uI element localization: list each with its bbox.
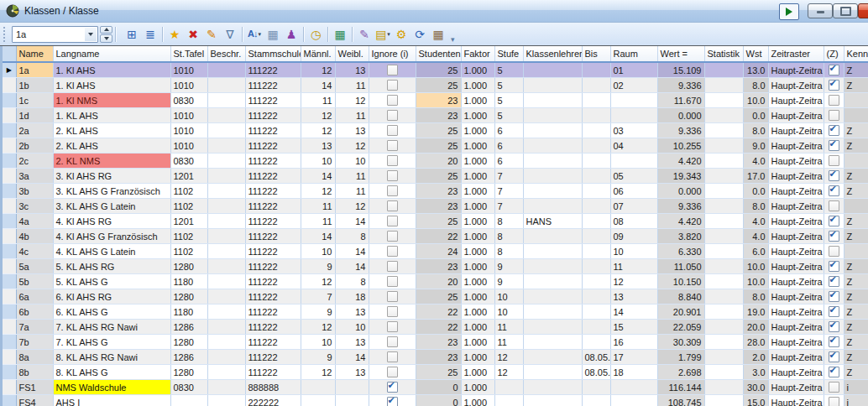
cell-raum-1c[interactable] xyxy=(610,93,657,108)
cell-name-2b[interactable]: 2b xyxy=(16,138,53,154)
column-header-kennz[interactable]: Kennzeich xyxy=(844,46,868,62)
cell-ignore-2b[interactable] xyxy=(369,138,416,154)
cell-maennl-1b[interactable]: 14 xyxy=(301,78,335,93)
row-selector-FS4[interactable] xyxy=(3,395,16,406)
ignore-checkbox-3b[interactable] xyxy=(387,185,398,196)
cell-langname-6b[interactable]: 6. KL AHS G xyxy=(53,304,170,320)
row-selector-FS1[interactable] xyxy=(3,380,16,395)
cell-stammschule-1a[interactable]: 111222 xyxy=(245,62,301,78)
cell-maennl-7b[interactable]: 10 xyxy=(301,335,335,350)
cell-ignore-2c[interactable] xyxy=(369,154,416,169)
row-selector-1a[interactable]: ▶ xyxy=(3,62,16,78)
cell-maennl-2b[interactable]: 13 xyxy=(301,138,335,154)
ignore-checkbox-1c[interactable] xyxy=(387,95,398,106)
cell-stammschule-1c[interactable]: 111222 xyxy=(245,93,301,108)
cell-wst-3c[interactable]: 8.0 xyxy=(743,199,768,214)
cell-wst-FS4[interactable]: 15.0 xyxy=(743,395,768,406)
cell-raum-8b[interactable]: 18 xyxy=(610,365,657,380)
ignore-checkbox-8b[interactable] xyxy=(387,367,398,377)
cell-st_tafel-1c[interactable]: 0830 xyxy=(170,93,207,108)
cell-raum-FS4[interactable] xyxy=(610,395,657,406)
cell-statistik-6b[interactable] xyxy=(704,304,743,320)
cell-wert-4a[interactable]: 4.420 xyxy=(657,214,704,229)
cell-kennz-FS1[interactable]: i xyxy=(844,380,868,395)
ignore-checkbox-1b[interactable] xyxy=(387,80,398,91)
cell-studenten-3a[interactable]: 25 xyxy=(416,169,461,184)
ignore-checkbox-5a[interactable] xyxy=(387,261,398,272)
cell-st_tafel-3a[interactable]: 1201 xyxy=(170,169,207,184)
z-checkbox-3a[interactable] xyxy=(829,170,839,181)
z-checkbox-3b[interactable] xyxy=(829,185,839,196)
cell-statistik-3a[interactable] xyxy=(704,169,743,184)
minimize-button[interactable] xyxy=(808,3,833,18)
row-selector-2a[interactable] xyxy=(3,123,16,138)
cell-name-3a[interactable]: 3a xyxy=(16,169,53,184)
report-settings-icon[interactable]: ▤▾ xyxy=(374,25,392,43)
cell-bis-8a[interactable]: 08.05. xyxy=(582,350,610,365)
cell-kennz-3a[interactable]: Z xyxy=(844,169,868,184)
cell-bis-2b[interactable] xyxy=(582,138,610,154)
cell-langname-FS1[interactable]: NMS Waldschule xyxy=(53,380,170,395)
cell-wert-1b[interactable]: 9.336 xyxy=(657,78,704,93)
cell-studenten-3c[interactable]: 23 xyxy=(416,199,461,214)
cell-stufe-8a[interactable]: 12 xyxy=(494,350,523,365)
cell-kennz-3c[interactable] xyxy=(844,199,868,214)
cell-st_tafel-2c[interactable]: 0830 xyxy=(170,154,207,169)
cell-beschr-3a[interactable] xyxy=(207,169,245,184)
cell-maennl-4a[interactable]: 11 xyxy=(301,214,335,229)
cell-stufe-4b[interactable]: 8 xyxy=(494,229,523,244)
cell-faktor-2b[interactable]: 1.000 xyxy=(461,138,494,154)
cell-wst-FS1[interactable]: 30.0 xyxy=(743,380,768,395)
row-selector-2c[interactable] xyxy=(3,154,16,169)
cell-beschr-4c[interactable] xyxy=(207,244,245,259)
cell-faktor-1c[interactable]: 1.000 xyxy=(461,93,494,108)
cell-beschr-6b[interactable] xyxy=(207,304,245,320)
cell-beschr-FS1[interactable] xyxy=(207,380,245,395)
column-header-ignore[interactable]: Ignore (i) xyxy=(369,46,416,62)
cell-raum-2b[interactable]: 04 xyxy=(610,138,657,154)
ignore-checkbox-2b[interactable] xyxy=(387,140,398,151)
cell-maennl-FS4[interactable] xyxy=(301,395,335,406)
cell-langname-4c[interactable]: 4. KL AHS G Latein xyxy=(53,244,170,259)
cell-maennl-3c[interactable]: 11 xyxy=(301,199,335,214)
cell-z-8a[interactable] xyxy=(824,350,844,365)
cell-beschr-3b[interactable] xyxy=(207,184,245,199)
cell-st_tafel-2b[interactable]: 1010 xyxy=(170,138,207,154)
column-header-zeitraster[interactable]: Zeitraster xyxy=(768,46,824,62)
cell-bis-6a[interactable] xyxy=(582,289,610,304)
cell-wert-FS4[interactable]: 108.745 xyxy=(657,395,704,406)
cell-statistik-FS4[interactable] xyxy=(704,395,743,406)
cell-stammschule-7a[interactable]: 111222 xyxy=(245,320,301,335)
cell-stufe-4a[interactable]: 8 xyxy=(494,214,523,229)
cell-raum-5b[interactable]: 12 xyxy=(610,274,657,289)
cell-klassenlehrer-2a[interactable] xyxy=(523,123,582,138)
cell-klassenlehrer-4a[interactable]: HANS xyxy=(523,214,582,229)
cell-klassenlehrer-1c[interactable] xyxy=(523,93,582,108)
cell-ignore-4b[interactable] xyxy=(369,229,416,244)
cell-studenten-4a[interactable]: 25 xyxy=(416,214,461,229)
cell-faktor-2c[interactable]: 1.000 xyxy=(461,154,494,169)
cell-weibl-3b[interactable]: 11 xyxy=(335,184,369,199)
cell-wert-7b[interactable]: 30.309 xyxy=(657,335,704,350)
row-selector-4b[interactable] xyxy=(3,229,16,244)
column-header-maennl[interactable]: Männl. xyxy=(301,46,335,62)
cell-name-8a[interactable]: 8a xyxy=(16,350,53,365)
cell-statistik-7b[interactable] xyxy=(704,335,743,350)
cell-raum-8a[interactable]: 17 xyxy=(610,350,657,365)
cell-beschr-7b[interactable] xyxy=(207,335,245,350)
cell-klassenlehrer-8b[interactable] xyxy=(523,365,582,380)
cell-name-1d[interactable]: 1d xyxy=(16,108,53,123)
cell-beschr-1d[interactable] xyxy=(207,108,245,123)
cell-maennl-1d[interactable]: 12 xyxy=(301,108,335,123)
cell-weibl-2c[interactable]: 10 xyxy=(335,154,369,169)
cell-stammschule-FS1[interactable]: 888888 xyxy=(245,380,301,395)
cell-beschr-1a[interactable] xyxy=(207,62,245,78)
cell-maennl-FS1[interactable] xyxy=(301,380,335,395)
cell-zeitraster-FS4[interactable]: Haupt-Zeitra xyxy=(768,395,824,406)
ignore-checkbox-4c[interactable] xyxy=(387,246,398,257)
cell-maennl-7a[interactable]: 12 xyxy=(301,320,335,335)
cell-wst-3a[interactable]: 17.0 xyxy=(743,169,768,184)
cell-ignore-8b[interactable] xyxy=(369,365,416,380)
cell-langname-1c[interactable]: 1. Kl NMS xyxy=(53,93,170,108)
cell-wst-6b[interactable]: 19.0 xyxy=(743,304,768,320)
